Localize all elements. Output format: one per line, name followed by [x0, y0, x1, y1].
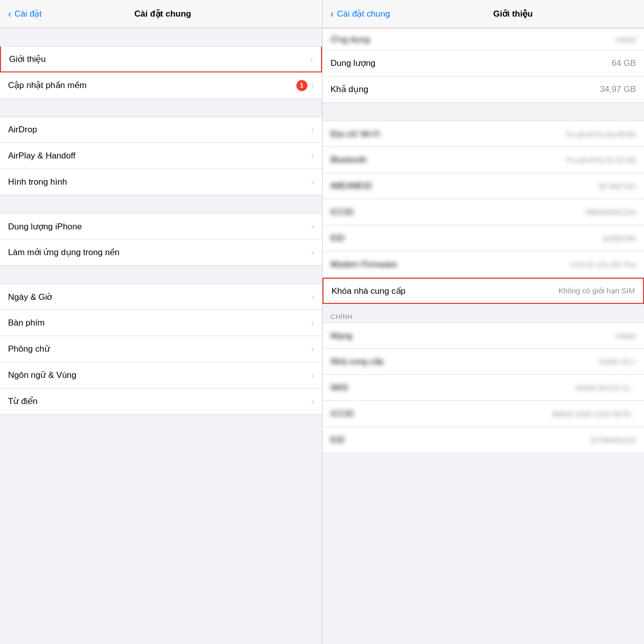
ung-dung-val-blur: Viettel: [615, 35, 636, 44]
item-ngon-ngu-label: Ngôn ngữ & Vùng: [8, 370, 311, 380]
dung-luong-value: 64 GB: [612, 58, 636, 68]
right-panel: ‹ Cài đặt chung Giới thiệu Ứng dụng Viet…: [322, 0, 644, 644]
left-group-3: Dung lượng iPhone › Làm mới ứng dụng tro…: [0, 213, 322, 266]
item-ngon-ngu[interactable]: Ngôn ngữ & Vùng ›: [0, 362, 322, 388]
ncc-label-blur: Nhà cung cấp: [331, 356, 383, 367]
mang-val-blur: Viettel: [615, 332, 636, 340]
item-airdrop[interactable]: AirDrop ›: [0, 117, 322, 143]
item-ngay-gio-chevron: ›: [311, 292, 314, 301]
eid2-label-blur: EID: [331, 435, 345, 445]
item-cap-nhat[interactable]: Cập nhật phần mềm 1 ›: [0, 72, 322, 99]
right-spacer-1: [323, 103, 644, 121]
spacer-5: [0, 415, 322, 433]
right-settings-content: Ứng dụng Viettel Dung lượng 64 GB Khả dụ…: [323, 28, 644, 644]
right-chinh-ncc: Nhà cung cấp Viettel 32.1: [323, 349, 644, 375]
item-airplay[interactable]: AirPlay & Handoff ›: [0, 143, 322, 169]
item-ngon-ngu-chevron: ›: [311, 371, 314, 380]
right-item-iccid: ICCID 898420001234: [323, 199, 644, 225]
item-gioi-thieu[interactable]: Giới thiệu ›: [0, 46, 322, 72]
cap-nhat-badge: 1: [296, 80, 307, 91]
item-hinh-label: Hình trong hình: [8, 177, 311, 187]
item-cap-nhat-chevron: ›: [311, 81, 314, 90]
imsi-val-blur: 45204 00123 11...: [575, 383, 636, 392]
wifi-val-blur: Fu:ad:ef:51:ba:46:bb: [567, 130, 636, 138]
imei-label-blur: IMEI/MEID: [331, 181, 372, 191]
spacer-2: [0, 99, 322, 117]
item-tu-dien-chevron: ›: [311, 397, 314, 406]
item-gioi-thieu-chevron: ›: [310, 55, 313, 64]
kha-dung-value: 34,97 GB: [600, 85, 636, 95]
right-back-button[interactable]: ‹ Cài đặt chung: [331, 8, 390, 20]
mang-label-blur: Mạng: [331, 331, 352, 341]
modem-val-blur: 3.04.01 (21:20) Thu: [570, 260, 636, 269]
right-item-bt: Bluetooth Fu:ad:ef:51:51:51:bb: [323, 147, 644, 173]
item-ban-phim[interactable]: Bàn phím ›: [0, 310, 322, 336]
right-item-modem: Modem Firmware 3.04.01 (21:20) Thu: [323, 252, 644, 278]
item-ngay-gio-label: Ngày & Giờ: [8, 292, 311, 302]
left-settings-content: Giới thiệu › Cập nhật phần mềm 1 › AirDr…: [0, 28, 322, 644]
right-chinh-iccid2: ICCID 89842 0000 1234 5678...: [323, 401, 644, 427]
left-group-1: Giới thiệu › Cập nhật phần mềm 1 ›: [0, 46, 322, 99]
item-airplay-label: AirPlay & Handoff: [8, 151, 311, 161]
left-back-chevron-icon: ‹: [8, 8, 12, 20]
spacer-3: [0, 195, 322, 213]
wifi-label-blur: Địa chỉ Wi-Fi: [331, 129, 380, 139]
modem-label-blur: Modem Firmware: [331, 260, 397, 270]
bt-label-blur: Bluetooth: [331, 155, 367, 165]
iccid-label-blur: ICCID: [331, 207, 354, 217]
right-chinh-eid2: EID 32789456123: [323, 427, 644, 453]
left-nav-title: Cài đặt chung: [12, 9, 314, 19]
left-group-4: Ngày & Giờ › Bàn phím › Phông chữ › Ngôn…: [0, 284, 322, 415]
right-item-khoa-nha[interactable]: Khóa nhà cung cấp Không có giới hạn SIM: [323, 278, 644, 304]
bt-val-blur: Fu:ad:ef:51:51:51:bb: [567, 155, 636, 164]
item-cap-nhat-label: Cập nhật phần mềm: [8, 80, 296, 91]
item-dung-luong-label: Dung lượng iPhone: [8, 221, 311, 232]
imsi-label-blur: IMSI: [331, 383, 348, 393]
item-ban-phim-label: Bàn phím: [8, 318, 311, 328]
left-panel: ‹ Cài đặt Cài đặt chung Giới thiệu › Cập…: [0, 0, 322, 644]
eid2-val-blur: 32789456123: [590, 436, 636, 444]
item-ngay-gio[interactable]: Ngày & Giờ ›: [0, 284, 322, 310]
khoa-nha-value: Không có giới hạn SIM: [558, 286, 635, 295]
item-phong-chu[interactable]: Phông chữ ›: [0, 336, 322, 362]
spacer-1: [0, 28, 322, 46]
spacer-4: [0, 266, 322, 284]
right-spacer-2: [323, 304, 644, 309]
eid-label-blur: EID: [331, 233, 345, 244]
item-tu-dien[interactable]: Từ điển ›: [0, 388, 322, 415]
khoa-nha-label: Khóa nhà cung cấp: [332, 286, 558, 296]
right-nav-bar: ‹ Cài đặt chung Giới thiệu: [323, 0, 644, 28]
item-lam-moi[interactable]: Làm mới ứng dụng trong nền ›: [0, 239, 322, 266]
right-item-imei: IMEI/MEID 35 484 010: [323, 173, 644, 199]
item-phong-chu-chevron: ›: [311, 345, 314, 354]
right-item-eid: EID 32456789: [323, 225, 644, 252]
right-blurred-group: Địa chỉ Wi-Fi Fu:ad:ef:51:ba:46:bb Bluet…: [323, 121, 644, 278]
right-nav-title: Giới thiệu: [390, 9, 636, 19]
iccid2-label-blur: ICCID: [331, 409, 354, 419]
item-hinh-chevron: ›: [311, 178, 314, 187]
item-gioi-thieu-label: Giới thiệu: [9, 54, 310, 64]
right-back-chevron-icon: ‹: [331, 8, 334, 20]
left-group-2: AirDrop › AirPlay & Handoff › Hình trong…: [0, 117, 322, 195]
chinh-header: CHÍNH: [323, 309, 644, 323]
kha-dung-label: Khả dụng: [331, 84, 600, 95]
right-item-dung-luong: Dung lượng 64 GB: [323, 50, 644, 76]
item-airplay-chevron: ›: [311, 151, 314, 160]
imei-val-blur: 35 484 010: [598, 182, 636, 190]
right-item-kha-dung: Khả dụng 34,97 GB: [323, 76, 644, 103]
right-chinh-mang: Mạng Viettel: [323, 323, 644, 349]
item-lam-moi-label: Làm mới ứng dụng trong nền: [8, 247, 311, 258]
item-hinh-trong-hinh[interactable]: Hình trong hình ›: [0, 169, 322, 195]
dung-luong-label: Dung lượng: [331, 58, 612, 68]
right-chinh-imsi: IMSI 45204 00123 11...: [323, 375, 644, 401]
item-tu-dien-label: Từ điển: [8, 396, 311, 407]
eid-val-blur: 32456789: [602, 234, 636, 243]
item-airdrop-chevron: ›: [311, 125, 314, 134]
right-item-wifi: Địa chỉ Wi-Fi Fu:ad:ef:51:ba:46:bb: [323, 121, 644, 147]
right-item-ung-dung: Ứng dụng Viettel: [323, 28, 644, 50]
iccid2-val-blur: 89842 0000 1234 5678...: [552, 410, 636, 418]
item-airdrop-label: AirDrop: [8, 125, 311, 135]
iccid-val-blur: 898420001234: [586, 208, 636, 216]
ung-dung-blur: Ứng dụng: [331, 34, 370, 45]
item-dung-luong[interactable]: Dung lượng iPhone ›: [0, 213, 322, 239]
